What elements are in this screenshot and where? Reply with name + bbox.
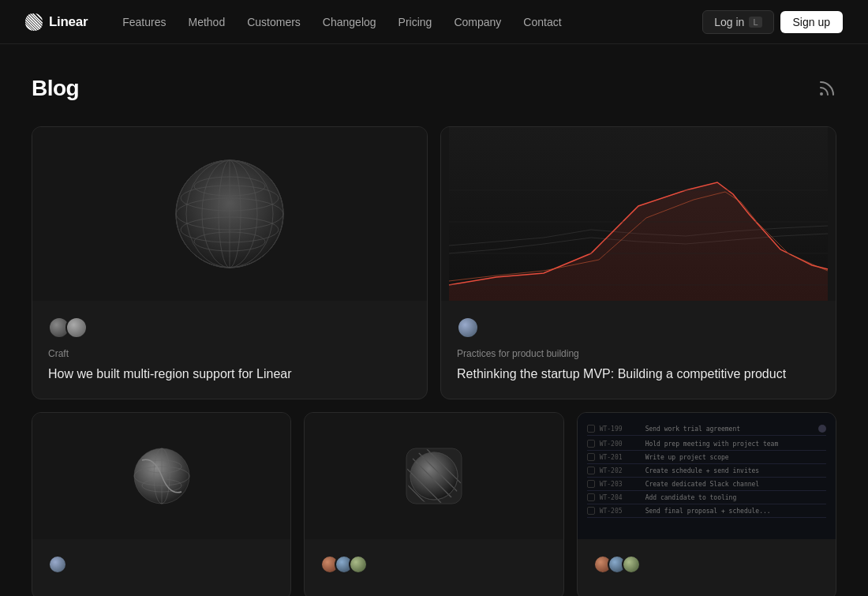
diagonal-sphere-icon (402, 444, 466, 508)
card-tag-right: Practices for product building (457, 348, 820, 359)
nav-link-company[interactable]: Company (444, 11, 511, 33)
nav-links: Features Method Customers Changelog Pric… (113, 11, 702, 33)
sphere-illustration (166, 151, 293, 277)
card-image-screenshot: WT-199 Send work trial agreement WT-200 … (578, 413, 836, 539)
nav-link-features[interactable]: Features (113, 11, 175, 33)
mountain-chart (441, 127, 836, 301)
card-content-screenshot (578, 539, 836, 596)
svg-point-0 (821, 93, 822, 95)
avatar-3 (457, 317, 479, 339)
card-image-sm-left (32, 413, 290, 539)
signup-label: Sign up (793, 16, 830, 28)
card-image-sphere (32, 127, 427, 301)
secondary-post-mid[interactable] (304, 412, 563, 596)
blog-header: Blog (32, 76, 836, 101)
linear-logo-icon (25, 13, 43, 31)
card-tag-left: Craft (48, 348, 411, 359)
card-title-left: How we built multi-region support for Li… (48, 365, 411, 383)
card-avatars-screenshot (593, 555, 820, 574)
nav-link-changelog[interactable]: Changelog (313, 11, 386, 33)
login-label: Log in (714, 16, 744, 28)
card-content-sm-mid (305, 539, 563, 596)
featured-post-right[interactable]: Practices for product building Rethinkin… (440, 126, 836, 399)
featured-posts-grid: Craft How we built multi-region support … (32, 126, 836, 399)
navigation: Linear Features Method Customers Changel… (0, 0, 868, 44)
page-title: Blog (32, 76, 79, 101)
nav-link-contact[interactable]: Contact (514, 11, 571, 33)
card-content-sm-left (32, 539, 290, 596)
card-avatars-sm-left (48, 555, 275, 574)
card-title-right: Rethinking the startup MVP: Building a c… (457, 365, 820, 383)
logo-text: Linear (49, 14, 88, 30)
card-content-right: Practices for product building Rethinkin… (441, 301, 836, 399)
secondary-posts-grid: WT-199 Send work trial agreement WT-200 … (32, 412, 836, 596)
rss-icon[interactable] (817, 79, 836, 98)
logo-link[interactable]: Linear (25, 13, 88, 31)
card-image-sm-mid (305, 413, 563, 539)
small-sphere-icon (130, 444, 193, 508)
signup-button[interactable]: Sign up (780, 11, 843, 33)
avatar-2 (65, 317, 88, 339)
login-button[interactable]: Log in L (702, 10, 773, 34)
login-shortcut: L (749, 17, 761, 28)
nav-link-method[interactable]: Method (178, 11, 234, 33)
card-content-left: Craft How we built multi-region support … (32, 301, 427, 399)
card-avatars-right (457, 317, 820, 339)
card-image-mountain (441, 127, 836, 301)
card-avatars-left (48, 317, 411, 339)
secondary-post-right[interactable]: WT-199 Send work trial agreement WT-200 … (577, 412, 836, 596)
main-content: Blog (0, 44, 868, 596)
nav-link-pricing[interactable]: Pricing (389, 11, 442, 33)
task-list-preview: WT-199 Send work trial agreement WT-200 … (587, 422, 826, 518)
nav-actions: Log in L Sign up (702, 10, 843, 34)
card-avatars-sm-mid (320, 555, 547, 574)
featured-post-left[interactable]: Craft How we built multi-region support … (32, 126, 428, 399)
secondary-post-left[interactable] (32, 412, 291, 596)
nav-link-customers[interactable]: Customers (238, 11, 310, 33)
